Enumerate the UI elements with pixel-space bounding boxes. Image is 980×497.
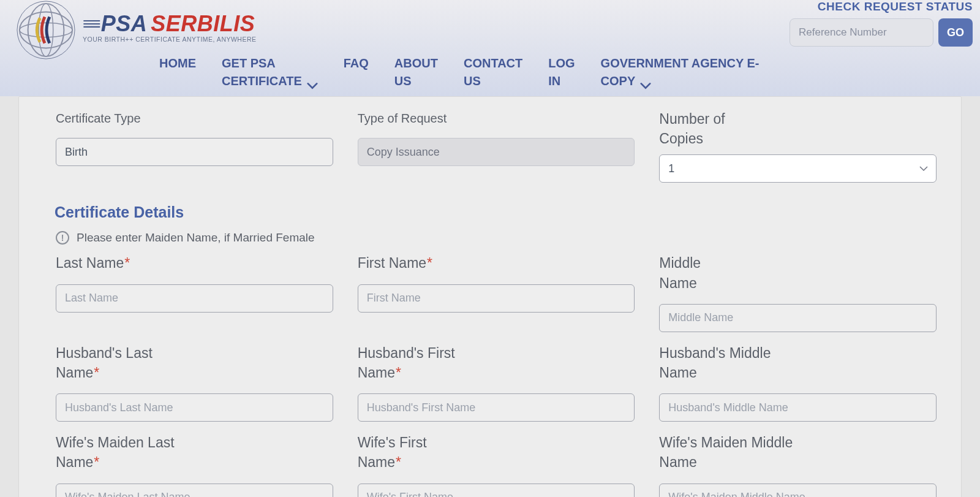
brand-tagline: YOUR BIRTH++ CERTIFICATE ANYTIME, ANYWHE… [83,36,257,43]
request-details-row: Certificate Type Type of Request Number … [56,109,937,183]
cert-type-input[interactable] [56,138,333,166]
chevron-down-icon [307,77,318,86]
husband-last-label: Husband's Last Name* [56,343,178,382]
nav-about-l2: US [394,72,438,90]
wife-first-label: Wife's First Name* [358,433,456,472]
husband-middle-input[interactable] [659,393,937,422]
nav-contact-l2: US [464,72,522,90]
nav-home-label: HOME [159,55,196,72]
nav-about[interactable]: ABOUT US [394,55,438,90]
last-name-input[interactable] [56,284,333,313]
nav-gov-l1: GOVERNMENT AGENCY E- [601,55,760,72]
reference-number-input[interactable] [790,18,933,47]
husband-last-input[interactable] [56,393,333,422]
nav-login[interactable]: LOG IN [548,55,575,90]
nav-login-l1: LOG [548,55,575,72]
cert-type-label: Certificate Type [56,109,333,128]
psa-seal-logo [12,0,80,60]
type-request-input [358,138,635,166]
check-status-label: CHECK REQUEST STATUS [818,0,973,13]
form-card: Certificate Type Type of Request Number … [18,96,962,497]
nav-home[interactable]: HOME [159,55,196,72]
wife-last-input[interactable] [56,484,333,498]
nav-get-l2: CERTIFICATE [222,72,302,90]
last-name-label: Last Name* [56,253,135,273]
wife-row: Wife's Maiden Last Name* Wife's First Na… [56,433,937,497]
info-text: Please enter Maiden Name, if Married Fem… [77,231,315,245]
copies-select[interactable] [659,154,937,183]
husband-row: Husband's Last Name* Husband's First Nam… [56,343,937,422]
type-request-label: Type of Request [358,109,635,128]
brand-psa: PSA [101,11,148,37]
brand-serbilis: SERBILIS [151,11,255,37]
info-row: ! Please enter Maiden Name, if Married F… [56,231,937,245]
husband-first-label: Husband's First Name* [358,343,480,382]
brand: ≡≡ PSA SERBILIS YOUR BIRTH++ CERTIFICATE… [83,11,257,43]
nav-login-l2: IN [548,72,575,90]
wife-middle-input[interactable] [659,484,937,498]
speed-lines-icon: ≡≡ [83,14,99,34]
name-row: Last Name* First Name* Middle Name [56,253,937,332]
nav-get-certificate[interactable]: GET PSA CERTIFICATE [222,55,318,90]
nav-contact[interactable]: CONTACT US [464,55,522,90]
page-content: Certificate Type Type of Request Number … [0,96,980,497]
go-button[interactable]: GO [938,18,973,47]
middle-name-label: Middle Name [659,253,739,292]
wife-last-label: Wife's Maiden Last Name* [56,433,197,472]
nav-about-l1: ABOUT [394,55,438,72]
husband-middle-label: Husband's Middle Name [659,343,794,382]
wife-first-input[interactable] [358,484,635,498]
site-header: ≡≡ PSA SERBILIS YOUR BIRTH++ CERTIFICATE… [0,0,980,96]
nav-get-l1: GET PSA [222,55,318,72]
wife-middle-label: Wife's Maiden Middle Name [659,433,818,472]
nav-gov-ecopy[interactable]: GOVERNMENT AGENCY E- COPY [601,55,760,90]
middle-name-input[interactable] [659,304,937,332]
husband-first-input[interactable] [358,393,635,422]
certificate-details-heading: Certificate Details [55,203,937,221]
first-name-input[interactable] [358,284,635,313]
chevron-down-icon [640,77,651,86]
info-icon: ! [56,231,69,245]
nav-gov-l2: COPY [601,72,636,90]
copies-label: Number of Copies [659,109,739,148]
first-name-label: First Name* [358,253,437,273]
nav-faq-label: FAQ [344,55,369,72]
main-nav: HOME GET PSA CERTIFICATE FAQ ABOUT US CO… [159,55,760,90]
nav-faq[interactable]: FAQ [344,55,369,90]
status-check-area: CHECK REQUEST STATUS GO [790,0,973,47]
nav-contact-l1: CONTACT [464,55,522,72]
